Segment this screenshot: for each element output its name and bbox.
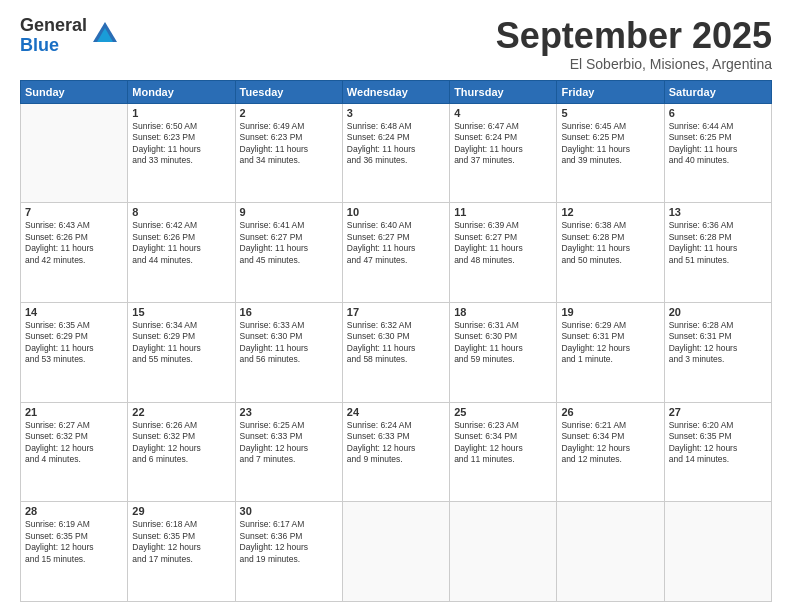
day-number: 21	[25, 406, 123, 418]
day-number: 23	[240, 406, 338, 418]
calendar-cell: 22Sunrise: 6:26 AM Sunset: 6:32 PM Dayli…	[128, 402, 235, 502]
calendar-cell: 17Sunrise: 6:32 AM Sunset: 6:30 PM Dayli…	[342, 302, 449, 402]
calendar-cell: 10Sunrise: 6:40 AM Sunset: 6:27 PM Dayli…	[342, 203, 449, 303]
day-number: 8	[132, 206, 230, 218]
day-number: 18	[454, 306, 552, 318]
day-info: Sunrise: 6:49 AM Sunset: 6:23 PM Dayligh…	[240, 121, 338, 167]
calendar-cell: 30Sunrise: 6:17 AM Sunset: 6:36 PM Dayli…	[235, 502, 342, 602]
header-saturday: Saturday	[664, 80, 771, 103]
day-info: Sunrise: 6:31 AM Sunset: 6:30 PM Dayligh…	[454, 320, 552, 366]
calendar-cell: 27Sunrise: 6:20 AM Sunset: 6:35 PM Dayli…	[664, 402, 771, 502]
logo-icon	[91, 20, 119, 48]
day-info: Sunrise: 6:25 AM Sunset: 6:33 PM Dayligh…	[240, 420, 338, 466]
day-info: Sunrise: 6:50 AM Sunset: 6:23 PM Dayligh…	[132, 121, 230, 167]
calendar-cell: 25Sunrise: 6:23 AM Sunset: 6:34 PM Dayli…	[450, 402, 557, 502]
calendar-cell: 14Sunrise: 6:35 AM Sunset: 6:29 PM Dayli…	[21, 302, 128, 402]
header-tuesday: Tuesday	[235, 80, 342, 103]
week-row-4: 21Sunrise: 6:27 AM Sunset: 6:32 PM Dayli…	[21, 402, 772, 502]
day-number: 1	[132, 107, 230, 119]
day-info: Sunrise: 6:39 AM Sunset: 6:27 PM Dayligh…	[454, 220, 552, 266]
week-row-2: 7Sunrise: 6:43 AM Sunset: 6:26 PM Daylig…	[21, 203, 772, 303]
day-number: 6	[669, 107, 767, 119]
day-number: 14	[25, 306, 123, 318]
day-info: Sunrise: 6:41 AM Sunset: 6:27 PM Dayligh…	[240, 220, 338, 266]
calendar-cell	[557, 502, 664, 602]
calendar-cell: 21Sunrise: 6:27 AM Sunset: 6:32 PM Dayli…	[21, 402, 128, 502]
calendar-cell: 1Sunrise: 6:50 AM Sunset: 6:23 PM Daylig…	[128, 103, 235, 203]
calendar-cell	[21, 103, 128, 203]
day-number: 27	[669, 406, 767, 418]
day-number: 13	[669, 206, 767, 218]
day-info: Sunrise: 6:21 AM Sunset: 6:34 PM Dayligh…	[561, 420, 659, 466]
day-number: 3	[347, 107, 445, 119]
day-info: Sunrise: 6:19 AM Sunset: 6:35 PM Dayligh…	[25, 519, 123, 565]
calendar-cell: 12Sunrise: 6:38 AM Sunset: 6:28 PM Dayli…	[557, 203, 664, 303]
day-info: Sunrise: 6:17 AM Sunset: 6:36 PM Dayligh…	[240, 519, 338, 565]
calendar-cell: 16Sunrise: 6:33 AM Sunset: 6:30 PM Dayli…	[235, 302, 342, 402]
calendar-cell	[450, 502, 557, 602]
header-friday: Friday	[557, 80, 664, 103]
subtitle: El Soberbio, Misiones, Argentina	[496, 56, 772, 72]
page: General Blue September 2025 El Soberbio,…	[0, 0, 792, 612]
day-number: 5	[561, 107, 659, 119]
logo-text: General Blue	[20, 16, 87, 56]
week-row-1: 1Sunrise: 6:50 AM Sunset: 6:23 PM Daylig…	[21, 103, 772, 203]
header-monday: Monday	[128, 80, 235, 103]
week-row-5: 28Sunrise: 6:19 AM Sunset: 6:35 PM Dayli…	[21, 502, 772, 602]
day-info: Sunrise: 6:23 AM Sunset: 6:34 PM Dayligh…	[454, 420, 552, 466]
day-info: Sunrise: 6:47 AM Sunset: 6:24 PM Dayligh…	[454, 121, 552, 167]
calendar-cell: 26Sunrise: 6:21 AM Sunset: 6:34 PM Dayli…	[557, 402, 664, 502]
day-number: 4	[454, 107, 552, 119]
day-info: Sunrise: 6:34 AM Sunset: 6:29 PM Dayligh…	[132, 320, 230, 366]
day-number: 10	[347, 206, 445, 218]
calendar-cell: 7Sunrise: 6:43 AM Sunset: 6:26 PM Daylig…	[21, 203, 128, 303]
day-number: 29	[132, 505, 230, 517]
calendar-cell: 18Sunrise: 6:31 AM Sunset: 6:30 PM Dayli…	[450, 302, 557, 402]
week-row-3: 14Sunrise: 6:35 AM Sunset: 6:29 PM Dayli…	[21, 302, 772, 402]
day-number: 25	[454, 406, 552, 418]
day-number: 22	[132, 406, 230, 418]
calendar-cell: 8Sunrise: 6:42 AM Sunset: 6:26 PM Daylig…	[128, 203, 235, 303]
calendar-cell: 15Sunrise: 6:34 AM Sunset: 6:29 PM Dayli…	[128, 302, 235, 402]
logo: General Blue	[20, 16, 119, 56]
day-number: 16	[240, 306, 338, 318]
calendar-cell: 29Sunrise: 6:18 AM Sunset: 6:35 PM Dayli…	[128, 502, 235, 602]
day-info: Sunrise: 6:27 AM Sunset: 6:32 PM Dayligh…	[25, 420, 123, 466]
day-number: 2	[240, 107, 338, 119]
calendar-cell	[664, 502, 771, 602]
day-number: 20	[669, 306, 767, 318]
calendar-cell: 6Sunrise: 6:44 AM Sunset: 6:25 PM Daylig…	[664, 103, 771, 203]
day-info: Sunrise: 6:43 AM Sunset: 6:26 PM Dayligh…	[25, 220, 123, 266]
day-info: Sunrise: 6:40 AM Sunset: 6:27 PM Dayligh…	[347, 220, 445, 266]
calendar-table: Sunday Monday Tuesday Wednesday Thursday…	[20, 80, 772, 602]
day-info: Sunrise: 6:48 AM Sunset: 6:24 PM Dayligh…	[347, 121, 445, 167]
calendar-cell: 20Sunrise: 6:28 AM Sunset: 6:31 PM Dayli…	[664, 302, 771, 402]
day-info: Sunrise: 6:20 AM Sunset: 6:35 PM Dayligh…	[669, 420, 767, 466]
day-number: 9	[240, 206, 338, 218]
calendar-cell	[342, 502, 449, 602]
calendar-cell: 19Sunrise: 6:29 AM Sunset: 6:31 PM Dayli…	[557, 302, 664, 402]
day-info: Sunrise: 6:33 AM Sunset: 6:30 PM Dayligh…	[240, 320, 338, 366]
header-wednesday: Wednesday	[342, 80, 449, 103]
title-block: September 2025 El Soberbio, Misiones, Ar…	[496, 16, 772, 72]
day-info: Sunrise: 6:38 AM Sunset: 6:28 PM Dayligh…	[561, 220, 659, 266]
day-info: Sunrise: 6:36 AM Sunset: 6:28 PM Dayligh…	[669, 220, 767, 266]
day-number: 26	[561, 406, 659, 418]
day-info: Sunrise: 6:26 AM Sunset: 6:32 PM Dayligh…	[132, 420, 230, 466]
calendar-cell: 23Sunrise: 6:25 AM Sunset: 6:33 PM Dayli…	[235, 402, 342, 502]
calendar-cell: 24Sunrise: 6:24 AM Sunset: 6:33 PM Dayli…	[342, 402, 449, 502]
calendar-cell: 13Sunrise: 6:36 AM Sunset: 6:28 PM Dayli…	[664, 203, 771, 303]
day-number: 12	[561, 206, 659, 218]
calendar-cell: 3Sunrise: 6:48 AM Sunset: 6:24 PM Daylig…	[342, 103, 449, 203]
day-info: Sunrise: 6:32 AM Sunset: 6:30 PM Dayligh…	[347, 320, 445, 366]
logo-general: General	[20, 16, 87, 36]
header: General Blue September 2025 El Soberbio,…	[20, 16, 772, 72]
day-number: 7	[25, 206, 123, 218]
day-info: Sunrise: 6:35 AM Sunset: 6:29 PM Dayligh…	[25, 320, 123, 366]
logo-blue: Blue	[20, 36, 87, 56]
day-number: 19	[561, 306, 659, 318]
calendar-cell: 11Sunrise: 6:39 AM Sunset: 6:27 PM Dayli…	[450, 203, 557, 303]
day-info: Sunrise: 6:24 AM Sunset: 6:33 PM Dayligh…	[347, 420, 445, 466]
header-sunday: Sunday	[21, 80, 128, 103]
day-info: Sunrise: 6:28 AM Sunset: 6:31 PM Dayligh…	[669, 320, 767, 366]
